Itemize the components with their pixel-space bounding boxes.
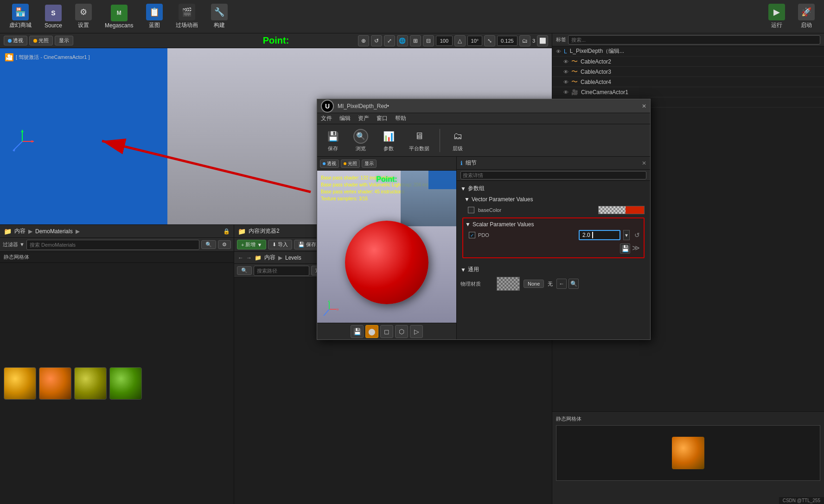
angle-input[interactable] [467, 36, 482, 46]
outliner-item-level[interactable]: 👁 L L_PixelDepth（编辑... [552, 46, 824, 57]
snap-icon[interactable]: ⊞ [410, 35, 421, 46]
menu-item-megascans[interactable]: M Megascans [99, 3, 139, 31]
prev-tool-2[interactable]: ⬤ [365, 325, 378, 338]
outliner-item-cable2[interactable]: 👁 〜 CableActor2 [552, 57, 824, 67]
pdo-value-input[interactable]: 2.0 [579, 230, 620, 240]
vector-params-header[interactable]: ▼ Vector Parameter Values [464, 194, 646, 204]
props-search [457, 170, 650, 181]
toolbar-layers-btn[interactable]: 🗂 层级 [446, 127, 470, 154]
menu-window[interactable]: 窗口 [377, 115, 388, 122]
cable4-icon: 〜 [571, 78, 578, 86]
content-left-search-btn[interactable]: 🔍 [201, 240, 216, 249]
menu-help[interactable]: 帮助 [395, 115, 406, 122]
expand-icon[interactable]: ⬜ [537, 35, 548, 46]
window-titlebar: U MI_PixelDepth_Red• ✕ [317, 99, 650, 113]
none-btn[interactable]: None [524, 280, 544, 288]
general-arrow: ▼ [460, 267, 466, 273]
cinematics-icon: 🎬 [179, 4, 195, 20]
content-left-settings-btn[interactable]: ⚙ [218, 240, 231, 249]
menu-item-cinematics[interactable]: 🎬 过场动画 [170, 2, 204, 31]
pdo-reset-btn[interactable]: ↺ [632, 230, 642, 240]
menu-item-build[interactable]: 🔧 构建 [205, 2, 233, 31]
breadcrumb-levels[interactable]: Levels [285, 255, 301, 261]
breadcrumb-content[interactable]: 内容 [264, 254, 275, 262]
preview-show-btn[interactable]: 显示 [362, 159, 377, 168]
asset-thumb-4[interactable] [109, 367, 142, 400]
scalar-params-header[interactable]: ▼ Scalar Parameter Values [465, 220, 642, 229]
transform-icon[interactable]: ⊕ [358, 35, 369, 46]
asset-thumb-2[interactable] [39, 367, 71, 400]
menu-edit[interactable]: 编辑 [339, 115, 351, 122]
toolbar-params-btn[interactable]: 📊 参数 [377, 127, 401, 154]
outliner-item-cable4[interactable]: 👁 〜 CableActor4 [552, 77, 824, 87]
menu-item-launch[interactable]: 🚀 启动 [792, 2, 820, 31]
base-color-checkbox[interactable] [468, 207, 474, 213]
menu-item-play[interactable]: ▶ 运行 [763, 2, 791, 31]
asset-thumb-1[interactable] [4, 367, 36, 400]
demo-materials-breadcrumb[interactable]: DemoMaterials [35, 228, 73, 235]
menu-item-blueprint[interactable]: 📋 蓝图 [141, 2, 168, 31]
nav-forward-btn[interactable]: → [246, 255, 252, 261]
prev-tool-3[interactable]: ◻ [380, 325, 393, 338]
window-close-btn[interactable]: ✕ [642, 103, 646, 109]
point-label-main: Point: [263, 35, 289, 46]
rotate-icon[interactable]: ↺ [371, 35, 382, 46]
preview-lighting-btn[interactable]: 光照 [341, 159, 360, 168]
asset-thumb-3[interactable] [74, 367, 107, 400]
scale-input[interactable] [497, 36, 517, 46]
scale-icon[interactable]: ⤢ [384, 35, 395, 46]
triangle-icon[interactable]: △ [454, 35, 466, 46]
nav-back-btn[interactable]: ← [238, 255, 243, 261]
vector-label: Vector Parameter Values [472, 196, 533, 203]
show-btn[interactable]: 显示 [55, 36, 73, 45]
world-icon[interactable]: 🌐 [397, 35, 408, 46]
menu-file[interactable]: 文件 [321, 115, 332, 122]
prev-tool-1[interactable]: 💾 [351, 325, 364, 338]
layers-icon[interactable]: 🗂 [519, 35, 530, 46]
path-search-btn[interactable]: 🔍 [237, 266, 252, 275]
param-group-header[interactable]: ▼ 参数组 [460, 183, 646, 194]
general-header[interactable]: ▼ 通用 [460, 264, 646, 275]
grid-size-input[interactable] [436, 36, 453, 46]
props-search-input[interactable] [460, 171, 646, 179]
static-mesh-panel-label: 静态网格体 [556, 415, 820, 422]
perspective-btn[interactable]: 透视 [4, 36, 27, 45]
viewport-right-tools: ⊕ ↺ ⤢ 🌐 ⊞ ⊟ △ ⤡ 🗂 3 ⬜ [358, 35, 548, 46]
menu-asset[interactable]: 资产 [358, 115, 369, 122]
blueprint-icon: 📋 [146, 4, 163, 20]
more-options-btn[interactable]: ≫ [632, 243, 640, 254]
outliner-item-camera[interactable]: 👁 🎥 CineCameraActor1 [552, 87, 824, 97]
lighting-btn[interactable]: 光照 [29, 36, 53, 45]
props-close[interactable]: ✕ [642, 160, 646, 166]
prev-tool-5[interactable]: ▷ [410, 325, 423, 338]
move-icon[interactable]: ⤡ [484, 35, 495, 46]
outliner-search[interactable] [568, 35, 820, 45]
pdo-label: PDO [478, 232, 576, 238]
toolbar-platform-btn[interactable]: 🖥 平台数据 [404, 127, 434, 154]
base-color-swatch[interactable] [598, 206, 645, 214]
pdo-arrow-btn[interactable]: ▼ [623, 230, 630, 240]
camera-icon: 🎥 [571, 89, 578, 96]
grid-icon[interactable]: ⊟ [423, 35, 434, 46]
build-icon: 🔧 [211, 4, 228, 20]
lock-icon: 🔒 [223, 228, 230, 235]
preview-persp-btn[interactable]: 透视 [320, 159, 339, 168]
menu-item-source[interactable]: S Source [39, 3, 68, 31]
content-left-search[interactable] [26, 240, 199, 250]
prev-tool-4[interactable]: ⬡ [395, 325, 408, 338]
toolbar-save-btn[interactable]: 💾 保存 [321, 127, 345, 154]
path-search-input[interactable] [254, 266, 309, 276]
camera-name: CineCameraActor1 [581, 89, 628, 96]
content-browser-left: 📁 内容 ▶ DemoMaterials ▶ 🔒 过滤器 ▼ 🔍 ⚙ 静态网格体 [0, 225, 234, 504]
svg-marker-3 [21, 130, 24, 132]
pdo-checkbox[interactable] [469, 232, 475, 238]
toolbar-browse-btn[interactable]: 🔍 浏览 [349, 127, 373, 154]
menu-item-settings[interactable]: ⚙ 设置 [70, 2, 97, 31]
material-search-btn[interactable]: 🔍 [568, 279, 579, 289]
menu-item-store[interactable]: 🏪 虚幻商城 [4, 2, 37, 31]
outliner-item-cable3[interactable]: 👁 〜 CableActor3 [552, 67, 824, 77]
new-btn[interactable]: + 新增 ▼ [237, 240, 266, 249]
import-btn[interactable]: ⬇ 导入 [268, 240, 292, 249]
material-reset-btn[interactable]: ← [556, 279, 567, 289]
save-override-btn[interactable]: 💾 [620, 243, 630, 254]
